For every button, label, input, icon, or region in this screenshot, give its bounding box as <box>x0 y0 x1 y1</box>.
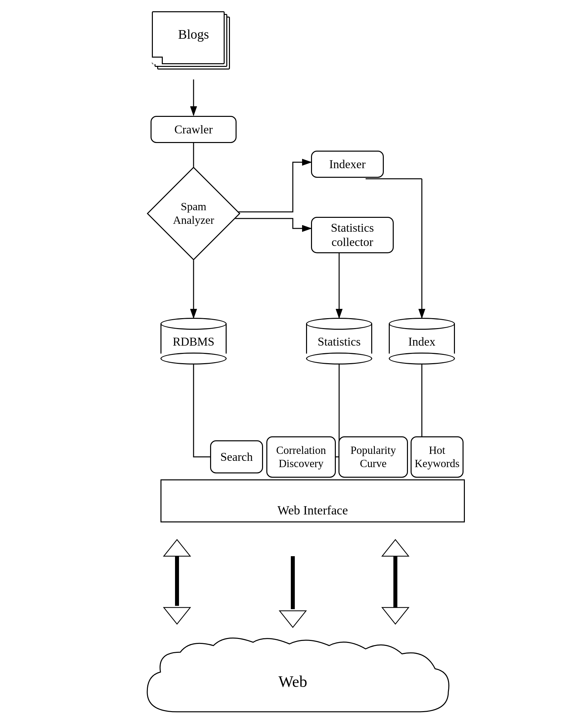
popularity-label: Popularity Curve <box>350 444 396 470</box>
correlation-label: Correlation Discovery <box>276 444 326 470</box>
rdbms-label: RDBMS <box>173 335 214 348</box>
spam-analyzer-label: Spam Analyzer <box>173 200 214 227</box>
spam-analyzer-node: Spam Analyzer <box>161 180 227 246</box>
svg-text:Web: Web <box>279 673 307 690</box>
search-label: Search <box>220 450 253 464</box>
diagram-container: Blogs Crawler Spam Analyzer Indexer Stat… <box>108 0 471 728</box>
cloud-svg: Web <box>128 635 458 722</box>
svg-marker-19 <box>280 611 306 627</box>
correlation-node: Correlation Discovery <box>266 436 336 478</box>
statistics-db-node: Statistics <box>306 318 372 364</box>
crawler-node: Crawler <box>150 116 237 143</box>
indexer-node: Indexer <box>311 151 384 178</box>
web-interface-label: Web Interface <box>277 503 348 517</box>
statistics-db-label: Statistics <box>318 335 361 348</box>
svg-marker-22 <box>382 607 409 624</box>
crawler-label: Crawler <box>174 123 213 136</box>
statistics-collector-label: Statistics collector <box>331 221 374 249</box>
search-node: Search <box>210 440 263 473</box>
svg-marker-17 <box>164 607 190 624</box>
index-db-label: Index <box>408 335 435 348</box>
svg-marker-16 <box>164 540 190 556</box>
web-interface-node: Web Interface <box>161 479 465 522</box>
statistics-collector-node: Statistics collector <box>311 217 394 253</box>
rdbms-node: RDBMS <box>161 318 227 364</box>
blogs-node: Blogs <box>150 10 237 76</box>
blogs-label: Blogs <box>157 26 230 42</box>
index-db-node: Index <box>389 318 455 364</box>
web-cloud-node: Web <box>128 635 458 722</box>
svg-marker-21 <box>382 540 409 556</box>
hot-keywords-label: Hot Keywords <box>415 444 460 470</box>
hot-keywords-node: Hot Keywords <box>411 436 464 478</box>
popularity-node: Popularity Curve <box>338 436 408 478</box>
indexer-label: Indexer <box>329 157 366 171</box>
